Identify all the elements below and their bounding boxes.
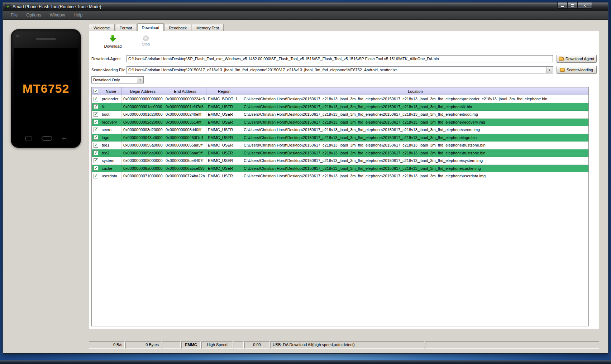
check-icon: ✓	[94, 120, 97, 124]
table-row[interactable]: ✓userdata0x00000000710000000x00000000724…	[92, 172, 588, 180]
cell-checkbox: ✓	[92, 126, 100, 134]
menu-bar: FileOptionsWindowHelp	[3, 11, 608, 20]
row-checkbox[interactable]: ✓	[94, 158, 98, 163]
table-row[interactable]: ✓logo0x00000000043a00000x000000000463f1d…	[92, 134, 588, 142]
scatter-dropdown-button[interactable]: ▼	[546, 67, 552, 73]
table-row[interactable]: ✓tee10x00000000055a00000x00000000055aa5f…	[92, 142, 588, 149]
tab-memory-test[interactable]: Memory Test	[192, 24, 224, 31]
partition-table-body: ✓preloader0x00000000000000000x0000000000…	[92, 95, 588, 180]
download-mode-value: Download Only	[93, 78, 120, 82]
cell-begin: 0x0000000001cc0000	[122, 103, 164, 111]
cell-location: C:\Users\Christian Horst\Desktop\2015061…	[242, 172, 588, 180]
cell-begin: 0x0000000003d20000	[122, 126, 164, 134]
stop-button[interactable]: Stop	[135, 34, 157, 46]
cell-end: 0x000000005ce8407f	[164, 157, 206, 164]
cell-checkbox: ✓	[92, 149, 100, 157]
cell-location: C:\Users\Christian Horst\Desktop\2015061…	[242, 134, 588, 142]
menu-window[interactable]: Window	[46, 11, 70, 19]
download-agent-button-label: Download Agent	[565, 57, 594, 61]
table-row[interactable]: ✓tee20x0000000005aa00000x0000000005aaa5f…	[92, 149, 588, 157]
tab-format[interactable]: Format	[115, 24, 137, 31]
row-checkbox[interactable]: ✓	[94, 174, 98, 178]
row-checkbox[interactable]: ✓	[94, 150, 98, 155]
download-mode-select[interactable]: Download Only ▼	[91, 76, 144, 83]
tab-download[interactable]: Download	[137, 23, 164, 31]
status-elapsed-time: 0:00	[244, 341, 269, 349]
table-row[interactable]: ✓cache0x000000006a0000000x000000006a5ce0…	[92, 165, 588, 173]
tab-strip: WelcomeFormatDownloadReadbackMemory Test	[89, 23, 224, 31]
cell-location: C:\Users\Christian Horst\Desktop\2015061…	[242, 119, 588, 126]
cell-end: 0x0000000001cfd7d3	[164, 103, 206, 111]
cell-location: C:\Users\Christian Horst\Desktop\2015061…	[242, 111, 588, 118]
desktop: Smart Phone Flash Tool(Runtime Trace Mod…	[0, 0, 611, 364]
row-checkbox[interactable]: ✓	[94, 104, 98, 109]
window-controls: ×	[557, 3, 592, 9]
cell-location: C:\Users\Christian Horst\Desktop\2015061…	[242, 149, 588, 157]
cell-location: C:\Users\Christian Horst\Desktop\2015061…	[242, 103, 588, 111]
menu-file[interactable]: File	[6, 11, 22, 19]
check-icon: ✓	[94, 105, 97, 109]
row-checkbox[interactable]: ✓	[94, 120, 98, 124]
maximize-icon	[571, 4, 574, 7]
cell-begin: 0x00000000055a0000	[122, 142, 164, 149]
download-agent-input[interactable]	[127, 55, 553, 62]
scatter-loading-button[interactable]: Scatter-loading	[557, 66, 597, 74]
cell-name: tee1	[100, 142, 122, 149]
cell-region: EMMC_USER	[206, 119, 242, 126]
cell-region: EMMC_USER	[206, 142, 242, 149]
scatter-file-value: C:\Users\Christian Horst\Desktop\2015061…	[128, 68, 397, 72]
cell-name: userdata	[100, 172, 122, 180]
table-header: ✓ Name Begin Address End Address Region …	[92, 87, 588, 95]
select-all-checkbox[interactable]: ✓	[94, 89, 98, 94]
tab-readback[interactable]: Readback	[164, 24, 191, 31]
cell-checkbox: ✓	[92, 142, 100, 149]
cell-checkbox: ✓	[92, 165, 100, 172]
taskbar-strip	[0, 360, 611, 364]
stop-icon	[143, 35, 149, 41]
maximize-button[interactable]	[567, 3, 578, 9]
table-row[interactable]: ✓secro0x0000000003d200000x0000000003d40f…	[92, 126, 588, 134]
close-button[interactable]: ×	[577, 3, 592, 9]
row-checkbox[interactable]: ✓	[94, 143, 98, 148]
cell-end: 0x0000000003d40fff	[164, 126, 206, 134]
check-icon: ✓	[94, 128, 97, 131]
cell-region: EMMC_USER	[206, 172, 242, 180]
cell-checkbox: ✓	[92, 95, 100, 103]
cell-location: C:\Users\Christian Horst\Desktop\2015061…	[242, 126, 588, 134]
table-row[interactable]: ✓preloader0x00000000000000000x0000000000…	[92, 95, 588, 103]
row-checkbox[interactable]: ✓	[94, 166, 98, 171]
cell-end: 0x00000000055aa5ff	[164, 142, 206, 149]
app-window: Smart Phone Flash Tool(Runtime Trace Mod…	[3, 2, 608, 354]
cell-checkbox: ✓	[92, 119, 100, 126]
header-checkbox-cell: ✓	[92, 87, 100, 95]
download-button-label: Download	[99, 44, 127, 48]
row-checkbox[interactable]: ✓	[94, 128, 98, 132]
scatter-file-label: Scatter-loading File	[91, 68, 127, 72]
title-bar[interactable]: Smart Phone Flash Tool(Runtime Trace Mod…	[3, 3, 608, 11]
cell-checkbox: ✓	[92, 157, 100, 164]
app-icon[interactable]	[5, 4, 10, 9]
status-spacer-3	[425, 341, 599, 349]
row-checkbox[interactable]: ✓	[94, 112, 98, 117]
menu-options[interactable]: Options	[22, 11, 45, 19]
table-row[interactable]: ✓boot0x0000000001d200000x000000000240eff…	[92, 111, 588, 119]
mode-dropdown-button[interactable]: ▼	[137, 77, 143, 83]
minimize-button[interactable]	[557, 3, 568, 9]
row-checkbox[interactable]: ✓	[94, 135, 98, 140]
menu-help[interactable]: Help	[69, 11, 87, 19]
download-button[interactable]: Download	[99, 34, 127, 48]
cell-region: EMMC_USER	[206, 103, 242, 111]
cell-checkbox: ✓	[92, 111, 100, 118]
cell-begin: 0x0000000005aa0000	[122, 149, 164, 157]
client-area: liM MT6752 ↩ WelcomeFormatDownloadReadba…	[3, 20, 608, 353]
cell-name: secro	[100, 126, 122, 134]
cell-region: EMMC_USER	[206, 149, 242, 157]
table-row[interactable]: ✓recovery0x0000000002d200000x00000000035…	[92, 119, 588, 126]
scatter-file-combobox[interactable]: C:\Users\Christian Horst\Desktop\2015061…	[127, 66, 553, 73]
table-row[interactable]: ✓system0x00000000080000000x000000005ce84…	[92, 157, 588, 165]
table-row[interactable]: ✓lk0x0000000001cc00000x0000000001cfd7d3E…	[92, 103, 588, 111]
download-agent-button[interactable]: Download Agent	[557, 55, 597, 63]
tab-welcome[interactable]: Welcome	[89, 24, 115, 31]
status-bar: 0 B/s0 BytesEMMCHigh Speed0:00USB: DA Do…	[89, 341, 599, 349]
row-checkbox[interactable]: ✓	[94, 97, 98, 101]
